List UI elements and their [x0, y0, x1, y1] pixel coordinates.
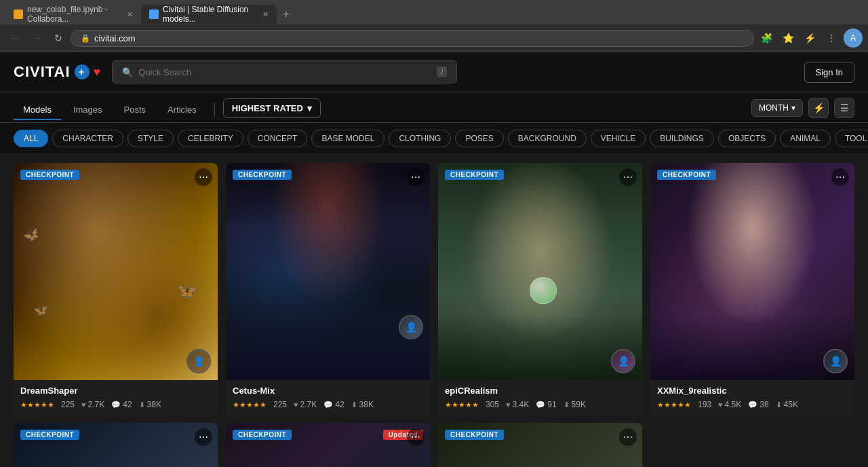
- card-stats-cetusmix: ★★★★★ 225 ♥ 2.7K 💬 42 ⬇ 38K: [233, 400, 423, 409]
- tab-label-civitai: Civitai | Stable Diffusion models...: [163, 5, 258, 24]
- forward-button[interactable]: →: [27, 29, 46, 48]
- back-button[interactable]: ←: [5, 29, 24, 48]
- filter-celebrity[interactable]: CELEBRITY: [178, 130, 243, 147]
- filter-clothing[interactable]: CLOTHING: [389, 130, 451, 147]
- card-badge-epicrealism: CHECKPOINT: [445, 170, 504, 180]
- filter-buildings[interactable]: BUILDINGS: [650, 130, 714, 147]
- filter-vehicle[interactable]: VEHICLE: [591, 130, 646, 147]
- card-badge-bottom-1: CHECKPOINT: [20, 430, 79, 440]
- sort-button[interactable]: HIGHEST RATED ▾: [223, 98, 321, 118]
- filter-animal[interactable]: ANIMAL: [780, 130, 831, 147]
- bookmark-button[interactable]: ⭐: [778, 29, 797, 48]
- filter-concept[interactable]: CONCEPT: [248, 130, 308, 147]
- filter-tool[interactable]: TOOL: [835, 130, 868, 147]
- card-menu-dreamshaper[interactable]: ⋯: [195, 168, 212, 186]
- download-icon-xxmix: ⬇: [776, 400, 782, 409]
- filter-style[interactable]: STYLE: [127, 130, 174, 147]
- heart-icon-epicrealism: ♥: [506, 400, 511, 409]
- card-title-epicrealism: epiCRealism: [445, 386, 635, 396]
- card-avatar-dreamshaper[interactable]: 👤: [186, 349, 211, 373]
- address-bar[interactable]: 🔒 civitai.com: [71, 30, 754, 47]
- card-badge-bottom-3: CHECKPOINT: [445, 430, 504, 440]
- filter-base-model[interactable]: BASE MODEL: [311, 130, 384, 147]
- sort-chevron-icon: ▾: [307, 103, 312, 113]
- card-menu-cetusmix[interactable]: ⋯: [407, 168, 425, 186]
- card-gradient-cetusmix: [226, 293, 430, 380]
- logo[interactable]: CIVITAI + ♥: [14, 63, 101, 81]
- reload-button[interactable]: ↻: [49, 29, 68, 48]
- card-badge-dreamshaper: CHECKPOINT: [20, 170, 79, 180]
- card-title-dreamshaper: DreamShaper: [20, 386, 211, 396]
- search-bar[interactable]: 🔍 /: [112, 60, 457, 83]
- search-shortcut: /: [437, 67, 447, 77]
- download-icon-epicrealism: ⬇: [564, 400, 570, 409]
- comments-xxmix: 💬 36: [748, 400, 768, 409]
- card-avatar-cetusmix[interactable]: 👤: [399, 315, 423, 339]
- card-avatar-epicrealism[interactable]: 👤: [611, 349, 635, 373]
- extensions-button[interactable]: 🧩: [757, 29, 776, 48]
- tab-models[interactable]: Models: [14, 100, 61, 120]
- model-card-dreamshaper[interactable]: 🦋 🦋 🦋 CHECKPOINT ⋯ 👤 DreamShaper ★★★★★ 2…: [14, 163, 218, 415]
- model-card-xxmix[interactable]: CHECKPOINT ⋯ 👤 XXMix_9realistic ★★★★★ 19…: [650, 163, 854, 415]
- signin-button[interactable]: Sign In: [804, 62, 854, 83]
- extensions2-button[interactable]: ⚡: [800, 29, 819, 48]
- filter-background[interactable]: BACKGROUND: [508, 130, 587, 147]
- tab-close-civitai[interactable]: ✕: [262, 10, 269, 19]
- browser-menu-button[interactable]: ⋮: [822, 29, 841, 48]
- card-gradient-xxmix: [650, 315, 854, 380]
- card-menu-epicrealism[interactable]: ⋯: [619, 168, 637, 186]
- rating-count-epicrealism: 305: [486, 400, 499, 409]
- card-menu-bottom-3[interactable]: ⋯: [619, 428, 637, 446]
- filter-poses[interactable]: POSES: [455, 130, 503, 147]
- period-selector[interactable]: MONTH ▾: [751, 99, 803, 117]
- model-card-epicrealism[interactable]: CHECKPOINT ⋯ 👤 epiCRealism ★★★★★ 305 ♥ 3…: [438, 163, 642, 415]
- tab-colab[interactable]: new_colab_file.ipynb - Collabora... ✕: [5, 5, 141, 24]
- filter-bar: ALL CHARACTER STYLE CELEBRITY CONCEPT BA…: [0, 123, 868, 155]
- download-icon-cetusmix: ⬇: [351, 400, 357, 409]
- card-image-xxmix: CHECKPOINT ⋯ 👤: [650, 163, 854, 380]
- profile-button[interactable]: A: [844, 29, 863, 48]
- logo-text: CIVITAI: [14, 63, 71, 81]
- downloads-xxmix: ⬇ 45K: [776, 400, 798, 409]
- tab-images[interactable]: Images: [64, 100, 112, 120]
- layout-button[interactable]: ☰: [834, 98, 854, 118]
- card-menu-bottom-2[interactable]: ⋯: [407, 428, 425, 446]
- card-avatar-xxmix[interactable]: 👤: [823, 349, 848, 373]
- card-menu-xxmix[interactable]: ⋯: [831, 168, 849, 186]
- card-menu-bottom-1[interactable]: ⋯: [195, 428, 212, 446]
- filter-character[interactable]: CHARACTER: [52, 130, 123, 147]
- model-card-cetusmix[interactable]: CHECKPOINT ⋯ 👤 Cetus-Mix ★★★★★ 225 ♥ 2.7…: [226, 163, 430, 415]
- tab-favicon-civitai: [149, 10, 159, 19]
- card-image-cetusmix: CHECKPOINT ⋯ 👤: [226, 163, 430, 380]
- new-tab-button[interactable]: +: [277, 5, 296, 24]
- logo-plus-button[interactable]: +: [75, 64, 90, 79]
- filter-all[interactable]: ALL: [14, 130, 48, 147]
- tab-posts[interactable]: Posts: [115, 100, 156, 120]
- card-info-dreamshaper: DreamShaper ★★★★★ 225 ♥ 2.7K 💬 42 ⬇ 38K: [14, 380, 218, 415]
- tab-civitai[interactable]: Civitai | Stable Diffusion models... ✕: [141, 5, 277, 24]
- logo-heart-icon[interactable]: ♥: [94, 65, 102, 79]
- nav-divider: [214, 103, 215, 117]
- card-placeholder: [650, 423, 854, 467]
- comment-icon-epicrealism: 💬: [536, 400, 545, 409]
- model-card-bottom-1[interactable]: CHECKPOINT ⋯: [14, 423, 218, 467]
- card-badge-cetusmix: CHECKPOINT: [233, 170, 292, 180]
- tab-articles[interactable]: Articles: [158, 100, 206, 120]
- tab-favicon-colab: [14, 10, 23, 19]
- card-stats-xxmix: ★★★★★ 193 ♥ 4.5K 💬 36 ⬇ 45K: [657, 400, 848, 409]
- model-card-bottom-3[interactable]: CHECKPOINT ⋯: [438, 423, 642, 467]
- butterfly-icon-3: 🦋: [34, 304, 47, 317]
- comments-dreamshaper: 💬 42: [111, 400, 132, 409]
- stars-xxmix: ★★★★★: [657, 400, 691, 409]
- browser-controls: ← → ↻ 🔒 civitai.com 🧩 ⭐ ⚡ ⋮ A: [0, 24, 868, 52]
- model-card-bottom-2[interactable]: CHECKPOINT Updated ⋯: [226, 423, 430, 467]
- browser-tabs: new_colab_file.ipynb - Collabora... ✕ Ci…: [0, 0, 868, 24]
- model-grid: 🦋 🦋 🦋 CHECKPOINT ⋯ 👤 DreamShaper ★★★★★ 2…: [0, 155, 868, 423]
- nav-bar: Models Images Posts Articles HIGHEST RAT…: [0, 92, 868, 123]
- tab-close-colab[interactable]: ✕: [127, 10, 133, 19]
- card-image-dreamshaper: 🦋 🦋 🦋 CHECKPOINT ⋯ 👤: [14, 163, 218, 380]
- search-input[interactable]: [138, 67, 431, 77]
- filter-button[interactable]: ⚡: [808, 98, 829, 118]
- filter-objects[interactable]: OBJECTS: [718, 130, 776, 147]
- likes-epicrealism: ♥ 3.4K: [506, 400, 529, 409]
